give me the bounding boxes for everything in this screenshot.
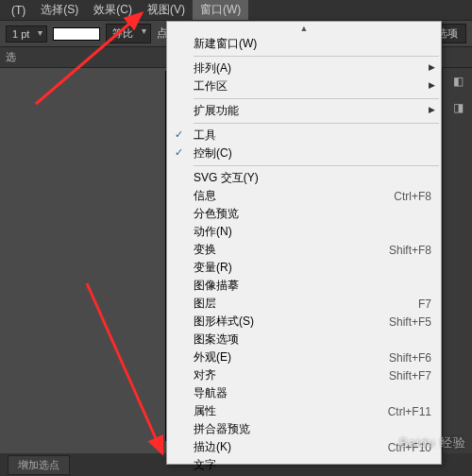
submenu-arrow-icon: ▶ — [429, 80, 435, 90]
menu-item-label: 属性 — [194, 403, 373, 419]
menu-item-label: 外观(E) — [194, 349, 374, 366]
menu-separator — [194, 165, 439, 166]
menu-item[interactable]: 工作区▶ — [167, 77, 441, 95]
menu-item[interactable]: 导航器 — [167, 384, 441, 402]
menu-item-select[interactable]: 选择(S) — [33, 0, 86, 20]
watermark: Baidu 经验 — [399, 434, 466, 451]
menu-item-label: SVG 交互(Y) — [194, 170, 431, 186]
menu-item-label: 排列(A) — [194, 60, 431, 76]
menu-item-label: 图形样式(S) — [194, 314, 374, 330]
menu-item-shortcut: Shift+F6 — [374, 351, 431, 365]
menu-item-label: 工作区 — [194, 78, 431, 94]
menu-item[interactable]: 图像描摹 — [167, 277, 441, 295]
menu-item-label: 控制(C) — [194, 145, 431, 162]
menu-scroll-up[interactable]: ▲ — [167, 22, 441, 35]
menu-item-label: 信息 — [194, 188, 379, 204]
menu-item[interactable]: 排列(A)▶ — [167, 60, 441, 77]
menu-item[interactable]: 分色预览 — [167, 205, 441, 223]
menu-separator — [194, 56, 439, 57]
menu-item[interactable]: 图形样式(S)Shift+F5 — [167, 313, 441, 331]
menu-item-label: 变换 — [194, 242, 374, 258]
stroke-weight-select[interactable]: 1 pt — [6, 26, 47, 42]
menu-item[interactable]: 信息Ctrl+F8 — [167, 187, 441, 205]
menu-item[interactable]: 文字 — [167, 456, 441, 474]
menu-item-label: 文字 — [194, 457, 431, 473]
menu-item[interactable]: 变量(R) — [167, 259, 441, 277]
menu-item-shortcut: F7 — [403, 298, 431, 311]
menu-item-label: 对齐 — [194, 367, 374, 383]
menu-item-t[interactable]: (T) — [4, 2, 33, 19]
stroke-variance-select[interactable]: 等比 — [106, 24, 151, 43]
menu-item[interactable]: ✓控制(C) — [167, 144, 441, 162]
status-button[interactable]: 增加选点 — [8, 455, 70, 475]
menu-separator — [194, 98, 439, 99]
menu-item-label: 变量(R) — [194, 260, 431, 276]
stroke-preview[interactable] — [53, 27, 100, 41]
menu-item-shortcut: Shift+F7 — [374, 369, 431, 382]
menu-item-window[interactable]: 窗口(W) — [193, 0, 248, 20]
check-icon: ✓ — [175, 146, 183, 159]
menu-item-label: 图层 — [194, 296, 403, 312]
menu-item-shortcut: Shift+F5 — [374, 315, 431, 329]
menu-item[interactable]: 新建窗口(W) — [167, 35, 441, 53]
menu-item-shortcut: Shift+F8 — [374, 244, 431, 257]
panel-icon-2[interactable]: ◨ — [443, 94, 472, 121]
menu-item[interactable]: 对齐Shift+F7 — [167, 366, 441, 384]
menu-item[interactable]: 扩展功能▶ — [167, 102, 441, 120]
menu-item-label: 图案选项 — [194, 332, 431, 348]
menu-item[interactable]: ✓工具 — [167, 127, 441, 144]
menu-item-label: 图像描摹 — [194, 278, 431, 294]
menu-item-label: 工具 — [194, 128, 431, 144]
menubar: (T) 选择(S) 效果(C) 视图(V) 窗口(W) — [0, 0, 472, 21]
menu-item-label: 动作(N) — [194, 224, 431, 240]
submenu-arrow-icon: ▶ — [429, 62, 435, 72]
right-panel-dock: ◧ ◨ — [442, 68, 472, 453]
window-menu-dropdown: ▲ 新建窗口(W)排列(A)▶工作区▶扩展功能▶✓工具✓控制(C)SVG 交互(… — [166, 21, 442, 465]
menu-item-shortcut: Ctrl+F8 — [379, 190, 431, 203]
check-icon: ✓ — [175, 128, 183, 141]
menu-item[interactable]: 图层F7 — [167, 295, 441, 313]
menu-item[interactable]: 图案选项 — [167, 331, 441, 348]
menu-item-label: 导航器 — [194, 385, 431, 401]
menu-item[interactable]: 属性Ctrl+F11 — [167, 402, 441, 420]
menu-item-effect[interactable]: 效果(C) — [86, 0, 140, 20]
menu-item-label: 扩展功能 — [194, 103, 431, 119]
menu-item[interactable]: 外观(E)Shift+F6 — [167, 348, 441, 366]
menu-item-label: 分色预览 — [194, 206, 431, 222]
tab-label[interactable]: 选 — [6, 50, 16, 64]
menu-item-label: 拼合器预览 — [194, 421, 431, 437]
menu-item-label: 描边(K) — [194, 439, 373, 455]
menu-item[interactable]: 变换Shift+F8 — [167, 241, 441, 259]
menu-item-shortcut: Ctrl+F11 — [373, 405, 431, 418]
submenu-arrow-icon: ▶ — [429, 105, 435, 114]
menu-separator — [194, 123, 439, 124]
menu-item[interactable]: SVG 交互(Y) — [167, 169, 441, 187]
panel-icon-1[interactable]: ◧ — [443, 68, 472, 94]
menu-item[interactable]: 动作(N) — [167, 223, 441, 241]
menu-item-label: 新建窗口(W) — [194, 36, 431, 52]
menu-item-view[interactable]: 视图(V) — [140, 0, 193, 20]
